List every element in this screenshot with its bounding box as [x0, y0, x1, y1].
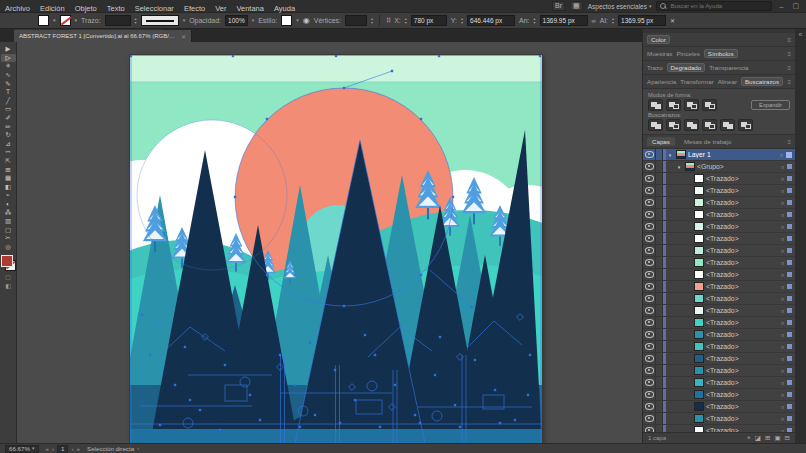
layer-row-path[interactable]: <Trazado>○: [643, 317, 795, 329]
first-artboard-button[interactable]: «: [46, 445, 49, 452]
dock-collapse-strip[interactable]: «: [795, 29, 806, 443]
target-circle-icon[interactable]: ○: [778, 392, 787, 398]
panel-menu-icon[interactable]: ≡: [787, 139, 791, 145]
target-circle-icon[interactable]: ○: [778, 176, 787, 182]
bottom-band[interactable]: [130, 429, 542, 443]
layer-row-path[interactable]: <Trazado>○: [643, 293, 795, 305]
rotate-tool[interactable]: ↻: [1, 131, 16, 140]
artboard-canvas[interactable]: [130, 55, 542, 443]
menu-objeto[interactable]: Objeto: [70, 4, 102, 13]
layer-row-path[interactable]: <Trazado>○: [643, 173, 795, 185]
graphic-style-swatch[interactable]: [281, 15, 292, 26]
pathfinder-dividir[interactable]: [648, 119, 663, 131]
pathfinder-menos-fondo[interactable]: [738, 119, 753, 131]
mesh-tool[interactable]: ▦: [1, 174, 16, 183]
selection-tool[interactable]: ▶: [1, 45, 16, 54]
layer-row-path[interactable]: <Trazado>○: [643, 413, 795, 425]
lock-toggle[interactable]: [656, 269, 663, 280]
layer-row-path[interactable]: <Trazado>○: [643, 353, 795, 365]
layers-tab-mesas-de-trabajo[interactable]: Mesas de trabajo: [679, 137, 736, 146]
visibility-toggle[interactable]: [643, 161, 656, 172]
draw-mode-icon[interactable]: ▢: [5, 273, 11, 280]
lock-toggle[interactable]: [656, 389, 663, 400]
arrange-documents-icon[interactable]: ▦: [570, 1, 583, 11]
lock-toggle[interactable]: [656, 149, 663, 160]
layer-name[interactable]: <Trazado>: [706, 175, 778, 182]
selection-indicator[interactable]: [787, 224, 792, 229]
visibility-toggle[interactable]: [643, 221, 656, 232]
zoom-tool[interactable]: ◎: [1, 243, 16, 252]
visibility-toggle[interactable]: [643, 317, 656, 328]
expand-caret-icon[interactable]: ▾: [666, 152, 674, 158]
layer-name[interactable]: <Trazado>: [706, 319, 778, 326]
layer-row-path[interactable]: <Trazado>○: [643, 233, 795, 245]
layer-name[interactable]: <Trazado>: [706, 199, 778, 206]
rectangle-tool[interactable]: ▭: [1, 105, 16, 114]
lock-toggle[interactable]: [656, 341, 663, 352]
visibility-toggle[interactable]: [643, 269, 656, 280]
selection-indicator[interactable]: [787, 260, 792, 265]
target-circle-icon[interactable]: ○: [778, 200, 787, 206]
panel-menu-icon[interactable]: ≡: [787, 51, 791, 57]
corners-stepper[interactable]: ▴▾: [371, 17, 373, 24]
layers-tab-capas[interactable]: Capas: [647, 137, 675, 146]
stroke-weight-field[interactable]: [105, 15, 131, 26]
visibility-toggle[interactable]: [643, 281, 656, 292]
visibility-toggle[interactable]: [643, 365, 656, 376]
visibility-toggle[interactable]: [643, 377, 656, 388]
pencil-tool[interactable]: ✏: [1, 122, 16, 131]
layer-row-path[interactable]: <Trazado>○: [643, 329, 795, 341]
selection-indicator[interactable]: [787, 332, 792, 337]
target-circle-icon[interactable]: ○: [778, 332, 787, 338]
visibility-toggle[interactable]: [643, 233, 656, 244]
target-circle-icon[interactable]: ○: [778, 368, 787, 374]
paintbrush-tool[interactable]: ✐: [1, 114, 16, 123]
layer-row-path[interactable]: <Trazado>○: [643, 377, 795, 389]
menu-ver[interactable]: Ver: [210, 4, 231, 13]
stroke-color-swatch[interactable]: [60, 15, 71, 26]
panel-tab-trazo[interactable]: Trazo: [647, 64, 663, 71]
layer-name[interactable]: <Trazado>: [706, 235, 778, 242]
screen-mode-icon[interactable]: ◧: [5, 282, 11, 289]
layer-name[interactable]: <Trazado>: [706, 415, 778, 422]
layer-row-layer[interactable]: ▾Layer 1○: [643, 149, 795, 161]
visibility-toggle[interactable]: [643, 209, 656, 220]
lock-toggle[interactable]: [656, 209, 663, 220]
expand-button[interactable]: Expandir: [751, 100, 790, 110]
layer-name[interactable]: <Trazado>: [706, 283, 778, 290]
selection-indicator[interactable]: [786, 152, 792, 158]
visibility-toggle[interactable]: [643, 149, 656, 160]
target-circle-icon[interactable]: ○: [777, 152, 786, 158]
lock-toggle[interactable]: [656, 305, 663, 316]
lock-toggle[interactable]: [656, 353, 663, 364]
artboard-number-field[interactable]: 1: [57, 445, 68, 453]
visibility-toggle[interactable]: [643, 305, 656, 316]
stroke-weight-stepper[interactable]: ▴▾: [135, 17, 137, 24]
visibility-toggle[interactable]: [643, 293, 656, 304]
column-graph-tool[interactable]: ▥: [1, 217, 16, 226]
layer-row-path[interactable]: <Trazado>○: [643, 245, 795, 257]
target-circle-icon[interactable]: ○: [778, 164, 787, 170]
lock-toggle[interactable]: [656, 329, 663, 340]
blend-tool[interactable]: ◐: [1, 200, 16, 209]
prev-artboard-button[interactable]: ‹: [52, 445, 54, 452]
layer-name[interactable]: <Trazado>: [706, 187, 778, 194]
panel-tab-simbolos[interactable]: Símbolos: [704, 49, 738, 58]
selection-indicator[interactable]: [787, 176, 792, 181]
layer-row-path[interactable]: <Trazado>○: [643, 221, 795, 233]
panel-tab-transformar[interactable]: Transformar: [680, 78, 713, 85]
panel-tab-color[interactable]: Color: [647, 35, 670, 44]
corners-field[interactable]: [345, 15, 367, 26]
shape-mode-formar-interseccion[interactable]: [684, 99, 699, 111]
type-tool[interactable]: T: [1, 88, 16, 97]
visibility-toggle[interactable]: [643, 185, 656, 196]
width-field[interactable]: 1369.95 px: [540, 15, 588, 26]
layer-name[interactable]: Layer 1: [688, 151, 777, 158]
target-circle-icon[interactable]: ○: [778, 380, 787, 386]
layer-name[interactable]: <Trazado>: [706, 331, 778, 338]
y-field[interactable]: 646.446 px: [467, 15, 515, 26]
layer-row-path[interactable]: <Trazado>○: [643, 197, 795, 209]
lock-toggle[interactable]: [656, 233, 663, 244]
collapse-dock-icon[interactable]: «: [799, 31, 803, 38]
height-stepper[interactable]: ▴▾: [612, 17, 614, 24]
